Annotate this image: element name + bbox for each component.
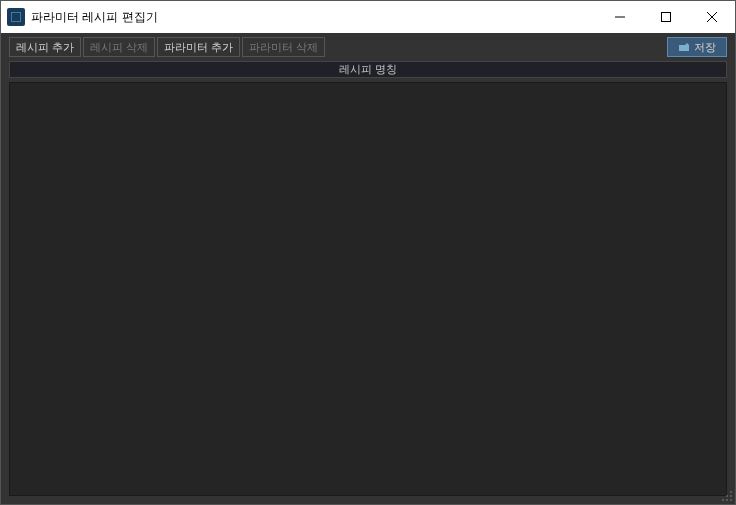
minimize-button[interactable] (597, 1, 643, 33)
svg-point-6 (730, 495, 732, 497)
titlebar: 파라미터 레시피 편집기 (1, 1, 735, 33)
save-icon (678, 42, 690, 52)
param-add-button[interactable]: 파라미터 추가 (157, 37, 240, 57)
recipe-list-panel[interactable] (9, 82, 727, 496)
column-header-recipe-name: 레시피 명칭 (9, 61, 727, 78)
maximize-button[interactable] (643, 1, 689, 33)
content-area: 레시피 추가 레시피 삭제 파라미터 추가 파라미터 삭제 저장 레시피 명칭 (1, 33, 735, 504)
resize-grip[interactable] (719, 488, 733, 502)
window-title: 파라미터 레시피 편집기 (31, 9, 597, 26)
app-window: 파라미터 레시피 편집기 레시피 추가 레시피 삭제 파라미터 추가 파라미터 … (0, 0, 736, 505)
window-controls (597, 1, 735, 33)
svg-point-9 (730, 499, 732, 501)
svg-point-4 (730, 491, 732, 493)
toolbar: 레시피 추가 레시피 삭제 파라미터 추가 파라미터 삭제 저장 (1, 33, 735, 61)
save-button[interactable]: 저장 (667, 37, 727, 57)
recipe-delete-button[interactable]: 레시피 삭제 (83, 37, 155, 57)
svg-point-5 (726, 495, 728, 497)
svg-point-8 (726, 499, 728, 501)
svg-rect-1 (662, 13, 671, 22)
close-button[interactable] (689, 1, 735, 33)
param-delete-button[interactable]: 파라미터 삭제 (242, 37, 325, 57)
save-button-label: 저장 (694, 40, 716, 55)
svg-point-7 (722, 499, 724, 501)
app-icon (7, 8, 25, 26)
recipe-add-button[interactable]: 레시피 추가 (9, 37, 81, 57)
